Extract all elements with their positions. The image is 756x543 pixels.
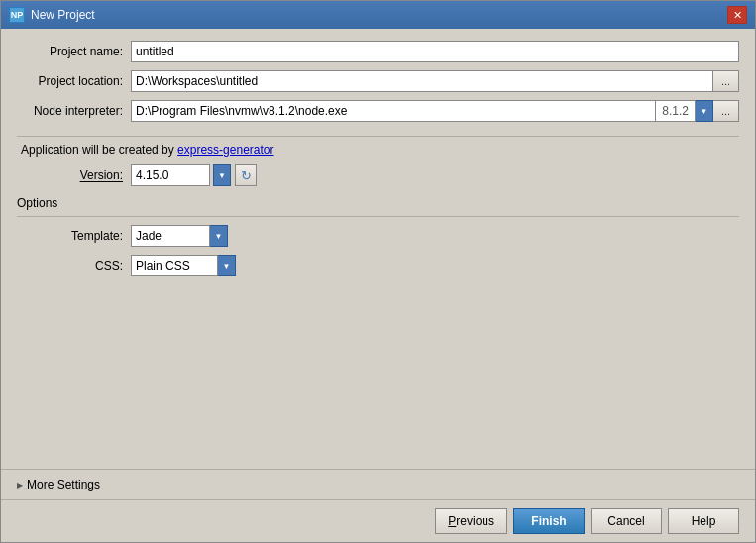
template-input[interactable] xyxy=(131,225,210,247)
app-notice: Application will be created by express-g… xyxy=(17,143,739,157)
dialog-title: New Project xyxy=(31,8,95,22)
node-interpreter-dropdown-button[interactable]: ▼ xyxy=(696,100,713,122)
project-name-input[interactable] xyxy=(131,41,739,62)
project-name-label: Project name: xyxy=(17,45,131,58)
project-location-row: Project location: ... xyxy=(17,70,739,92)
version-refresh-button[interactable]: ↻ xyxy=(235,164,257,186)
template-row: Template: ▼ xyxy=(17,225,739,247)
new-project-dialog: NP New Project ✕ Project name: Project l… xyxy=(0,0,756,543)
previous-button[interactable]: Previous xyxy=(435,508,507,534)
template-dropdown-button[interactable]: ▼ xyxy=(210,225,228,247)
close-button[interactable]: ✕ xyxy=(727,6,747,24)
template-label: Template: xyxy=(17,229,131,243)
more-settings-toggle[interactable]: ▶ More Settings xyxy=(17,478,739,491)
node-version-badge: 8.1.2 xyxy=(656,100,696,122)
options-separator xyxy=(17,216,739,217)
bottom-section: ▶ More Settings xyxy=(1,469,755,499)
css-select-wrap: ▼ xyxy=(131,255,236,276)
project-location-input-wrap: ... xyxy=(131,70,739,92)
css-row: CSS: ▼ xyxy=(17,255,739,276)
project-location-input[interactable] xyxy=(131,70,713,92)
version-input[interactable] xyxy=(131,164,210,186)
version-label: Version: xyxy=(17,168,131,182)
express-generator-link[interactable]: express-generator xyxy=(177,143,273,157)
options-title: Options xyxy=(17,196,739,210)
css-label: CSS: xyxy=(17,259,131,272)
cancel-button[interactable]: Cancel xyxy=(591,508,662,534)
dialog-content: Project name: Project location: ... Node… xyxy=(1,29,755,469)
node-interpreter-browse-button[interactable]: ... xyxy=(713,100,739,122)
version-select-wrap: ▼ ↻ xyxy=(131,164,257,186)
version-dropdown-button[interactable]: ▼ xyxy=(213,164,231,186)
css-dropdown-button[interactable]: ▼ xyxy=(218,255,236,276)
separator-1 xyxy=(17,136,739,137)
node-interpreter-row: Node interpreter: 8.1.2 ▼ ... xyxy=(17,100,739,122)
version-row: Version: ▼ ↻ xyxy=(17,164,739,186)
finish-button[interactable]: Finish xyxy=(513,508,585,534)
title-bar-left: NP New Project xyxy=(9,7,95,23)
node-interpreter-label: Node interpreter: xyxy=(17,104,131,118)
css-input[interactable] xyxy=(131,255,218,276)
options-section: Options Template: ▼ CSS: ▼ xyxy=(17,196,739,284)
more-settings-triangle-icon: ▶ xyxy=(17,481,23,489)
title-bar: NP New Project ✕ xyxy=(1,1,755,29)
project-name-row: Project name: xyxy=(17,41,739,62)
node-interpreter-input-wrap: 8.1.2 ▼ ... xyxy=(131,100,739,122)
app-notice-prefix: Application will be created by xyxy=(21,143,177,157)
dialog-icon: NP xyxy=(9,7,25,23)
project-location-browse-button[interactable]: ... xyxy=(713,70,739,92)
footer: Previous Finish Cancel Help xyxy=(1,499,755,542)
more-settings-label: More Settings xyxy=(27,478,100,491)
node-interpreter-input[interactable] xyxy=(131,100,656,122)
template-select-wrap: ▼ xyxy=(131,225,228,247)
help-button[interactable]: Help xyxy=(668,508,739,534)
project-location-label: Project location: xyxy=(17,74,131,88)
